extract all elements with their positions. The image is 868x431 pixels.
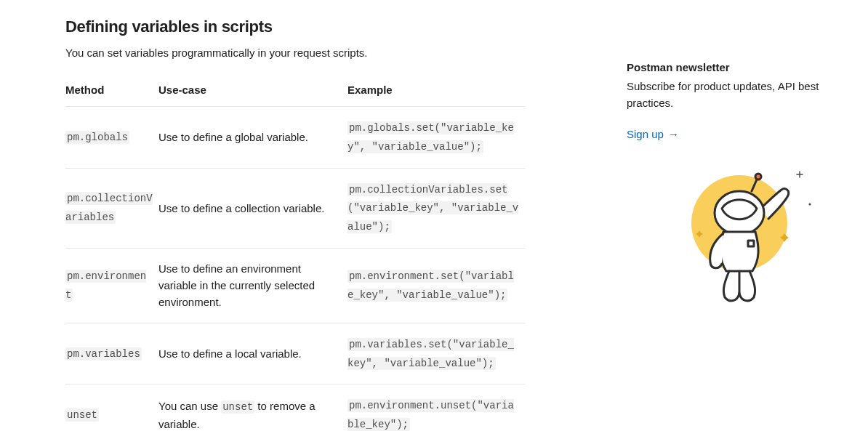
table-row: pm.collectionVariables Use to define a c… — [65, 168, 525, 248]
usecase-inline-code: unset — [221, 400, 254, 414]
table-row: pm.variables Use to define a local varia… — [65, 323, 525, 384]
usecase-text: Use to define a local variable. — [158, 323, 347, 384]
svg-point-1 — [808, 203, 811, 205]
example-code: pm.globals.set("variable_key", "variable… — [347, 121, 514, 153]
example-code: pm.variables.set("variable_key", "variab… — [347, 338, 514, 370]
svg-point-8 — [755, 174, 761, 180]
example-code: pm.environment.set("variable_key", "vari… — [347, 270, 514, 302]
section-intro: You can set variables programmatically i… — [65, 47, 525, 59]
method-code: pm.environment — [65, 270, 146, 302]
postmanaut-illustration — [627, 161, 845, 306]
svg-rect-9 — [748, 241, 754, 246]
col-header-usecase: Use-case — [158, 78, 347, 107]
col-header-example: Example — [347, 78, 525, 107]
table-row: pm.environment Use to define an environm… — [65, 248, 525, 323]
example-code: pm.environment.unset("variable_key"); — [347, 399, 514, 431]
method-code: pm.collectionVariables — [65, 192, 153, 224]
arrow-right-icon: → — [668, 128, 679, 140]
usecase-pre: You can use — [158, 400, 221, 412]
section-heading: Defining variables in scripts — [65, 17, 525, 36]
newsletter-title: Postman newsletter — [627, 61, 845, 73]
sidebar: Postman newsletter Subscribe for product… — [627, 17, 845, 431]
col-header-method: Method — [65, 78, 158, 107]
table-row: unset You can use unset to remove a vari… — [65, 384, 525, 431]
method-code: unset — [65, 408, 99, 422]
main-content: Defining variables in scripts You can se… — [65, 17, 525, 431]
usecase-text: You can use unset to remove a variable. — [158, 384, 347, 431]
example-code: pm.collectionVariables.set("variable_key… — [347, 183, 518, 234]
usecase-text: Use to define an environment variable in… — [158, 248, 347, 323]
signup-link[interactable]: Sign up → — [627, 128, 679, 140]
method-code: pm.variables — [65, 347, 142, 360]
usecase-text: Use to define a global variable. — [158, 107, 347, 169]
newsletter-desc: Subscribe for product updates, API best … — [627, 78, 845, 112]
method-code: pm.globals — [65, 131, 129, 144]
methods-table: Method Use-case Example pm.globals Use t… — [65, 78, 525, 431]
signup-label: Sign up — [627, 128, 664, 140]
table-row: pm.globals Use to define a global variab… — [65, 107, 525, 169]
usecase-text: Use to define a collection variable. — [158, 168, 347, 248]
